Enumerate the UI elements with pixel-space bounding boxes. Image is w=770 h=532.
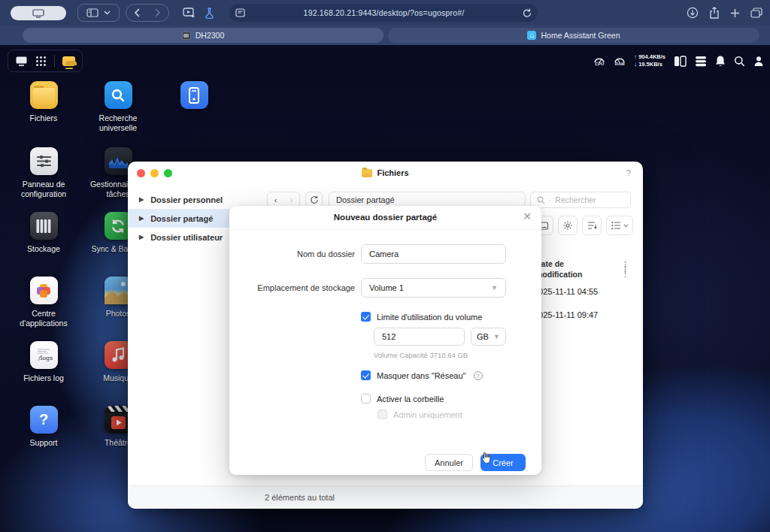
volume-limit-input[interactable]: 512 — [374, 328, 465, 346]
mouse-cursor — [480, 452, 493, 464]
window-controls — [137, 169, 172, 177]
storage-icon — [30, 212, 58, 240]
page-format-icon[interactable] — [235, 8, 245, 17]
file-row-modified-date[interactable]: 2025-11-11 04:55 — [534, 287, 598, 296]
taskbar-tray: CPU RAM ↑ 904.4KB/s ↓ 19.5KB/s — [593, 50, 764, 72]
view-mode-button[interactable] — [606, 216, 633, 235]
desktop-icon-log-files[interactable]: /logs Fichiers log — [8, 341, 80, 383]
forward-button[interactable]: › — [290, 195, 293, 204]
cpu-label: CPU — [595, 62, 604, 67]
browser-back-button[interactable] — [134, 8, 140, 17]
admin-only-checkbox-row: Admin uniquement — [377, 410, 462, 419]
close-window-button[interactable] — [137, 169, 145, 177]
address-bar[interactable]: 192.168.20.21:9443/desktop/?os=ugospro#/ — [229, 4, 538, 22]
window-titlebar[interactable]: Fichiers ? — [128, 162, 643, 184]
search-placeholder: Rechercher — [555, 195, 596, 204]
volume-limit-label: Limite d'utilisation du volume — [377, 313, 482, 322]
chevron-down-icon: ▼ — [491, 284, 498, 292]
minimize-window-button[interactable] — [150, 169, 159, 177]
desktop-icon-control-panel[interactable]: Panneau de configuration — [8, 147, 80, 199]
recycle-bin-checkbox-row[interactable]: Activer la corbeille — [361, 394, 444, 404]
settings-gear-button[interactable] — [558, 216, 578, 235]
folder-name-input[interactable]: Camera — [361, 244, 506, 264]
network-speed[interactable]: ↑ 904.4KB/s ↓ 19.5KB/s — [634, 54, 665, 68]
desktop-icon-storage[interactable]: Stockage — [8, 212, 80, 254]
volume-limit-checkbox[interactable] — [361, 312, 371, 322]
storage-location-select[interactable]: Volume 1 ▼ — [361, 278, 506, 298]
desktop-icon-support[interactable]: ? Support — [8, 406, 80, 448]
tab-home-assistant[interactable]: ⌂ Home Assistant Green — [388, 28, 759, 43]
tab-overview-icon[interactable] — [750, 8, 762, 18]
cpu-gauge[interactable]: CPU — [593, 56, 605, 67]
storage-location-label: Emplacement de stockage — [235, 283, 355, 292]
pip-plus-icon[interactable] — [183, 8, 196, 18]
notifications-bell-icon[interactable] — [715, 55, 726, 67]
universal-search-icon — [105, 81, 132, 109]
nas-desktop: CPU RAM ↑ 904.4KB/s ↓ 19.5KB/s Fichiers — [0, 45, 770, 532]
desktop-icon-app-center[interactable]: Centre d'applications — [8, 277, 80, 328]
support-icon: ? — [30, 406, 58, 434]
ram-gauge[interactable]: RAM — [614, 56, 626, 67]
reload-icon[interactable] — [523, 8, 532, 18]
tab-label: DH2300 — [196, 31, 225, 40]
expand-arrow-icon[interactable]: ▶ — [139, 215, 144, 222]
task-queue-icon[interactable] — [695, 56, 707, 67]
volume-unit-select[interactable]: GB ▼ — [471, 328, 506, 346]
help-icon[interactable]: ? — [626, 168, 631, 177]
admin-only-label: Admin uniquement — [393, 410, 462, 419]
back-button[interactable]: ‹ — [274, 195, 277, 204]
dialog-close-icon[interactable]: ✕ — [523, 210, 532, 222]
new-tab-icon[interactable] — [730, 8, 740, 18]
dh2300-favicon — [182, 32, 191, 40]
ram-label: RAM — [615, 62, 625, 67]
browser-extensions — [183, 4, 214, 22]
expand-arrow-icon[interactable]: ▶ — [139, 196, 144, 203]
hide-network-label: Masquer dans "Réseau" — [377, 371, 466, 380]
hide-network-checkbox-row[interactable]: Masquer dans "Réseau" ? — [361, 370, 483, 380]
caret-down-icon — [623, 224, 629, 228]
home-assistant-favicon: ⌂ — [527, 31, 536, 40]
search-icon[interactable] — [734, 56, 745, 67]
cancel-button[interactable]: Annuler — [425, 454, 473, 471]
admin-only-checkbox — [377, 410, 387, 419]
screen-indicator-pill[interactable] — [11, 6, 66, 20]
flask-extension-icon[interactable] — [205, 8, 214, 19]
browser-nav-buttons — [126, 4, 169, 22]
folder-name-label: Nom du dossier — [235, 249, 355, 258]
maximize-window-button[interactable] — [164, 169, 172, 177]
desktop-icon-universal-search[interactable]: Recherche universelle — [82, 81, 154, 133]
dialog-title: Nouveau dossier partagé — [229, 213, 541, 222]
column-header-modified[interactable]: Date de modification — [535, 259, 608, 280]
taskbar-files-app[interactable] — [62, 56, 75, 66]
app-grid-icon[interactable] — [35, 56, 47, 67]
desktop-icon-usb-drive[interactable] — [158, 81, 230, 109]
recycle-bin-checkbox[interactable] — [361, 394, 371, 404]
sort-button[interactable] — [582, 216, 602, 235]
files-search-input[interactable]: · Rechercher — [530, 192, 631, 208]
browser-forward-button[interactable] — [155, 8, 161, 17]
taskbar-divider — [54, 55, 55, 67]
files-icon — [30, 81, 58, 109]
widgets-icon[interactable] — [674, 56, 687, 67]
expand-arrow-icon[interactable]: ▶ — [139, 234, 144, 240]
url-text[interactable]: 192.168.20.21:9443/desktop/?os=ugospro#/ — [245, 8, 523, 17]
share-icon[interactable] — [709, 7, 720, 19]
column-options-icon[interactable]: ⋮⋮⋮ — [621, 262, 629, 276]
help-circle-icon[interactable]: ? — [474, 371, 483, 380]
downloads-icon[interactable] — [687, 7, 699, 19]
dialog-divider — [229, 229, 541, 230]
hide-network-checkbox[interactable] — [361, 370, 371, 380]
desktop-icon-files[interactable]: Fichiers — [8, 81, 80, 123]
recycle-bin-label: Activer la corbeille — [377, 394, 444, 404]
show-desktop-icon[interactable] — [15, 56, 28, 66]
volume-limit-checkbox-row[interactable]: Limite d'utilisation du volume — [361, 312, 482, 322]
sidebar-toggle-button[interactable] — [77, 4, 120, 22]
item-count: 2 éléments au total — [265, 493, 335, 502]
screen: 192.168.20.21:9443/desktop/?os=ugospro#/… — [0, 0, 770, 532]
file-row-modified-date[interactable]: 2025-11-11 09:47 — [534, 310, 598, 319]
taskbar-left — [8, 50, 83, 72]
tab-dh2300[interactable]: DH2300 — [23, 28, 383, 43]
usb-drive-icon — [180, 81, 208, 109]
files-app-icon — [62, 56, 75, 66]
user-icon[interactable] — [753, 56, 764, 67]
